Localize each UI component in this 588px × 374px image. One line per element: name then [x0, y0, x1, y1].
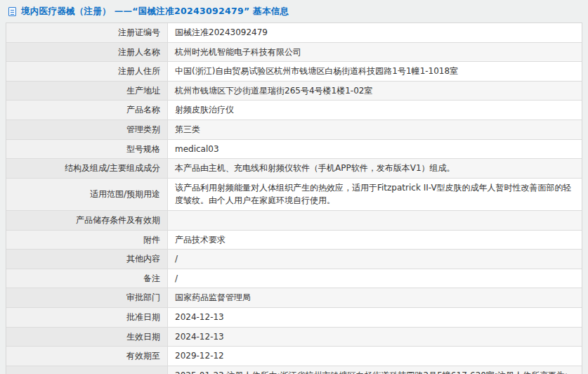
document-icon	[8, 7, 16, 16]
row-label: 产品储存条件及有效期	[6, 211, 168, 230]
row-label: 管理类别	[6, 120, 168, 139]
row-value: medical03	[168, 140, 582, 159]
row-label: 变更情况	[6, 366, 168, 374]
table-row: 变更情况2025-01-23 注册人住所由:浙江省杭州市钱塘区白杨街道科技园路2…	[6, 366, 582, 374]
table-row: 管理类别第三类	[6, 120, 582, 140]
info-table: 注册证编号国械注准20243092479注册人名称杭州时光机智能电子科技有限公司…	[6, 22, 582, 374]
table-row: 附件产品技术要求	[6, 231, 582, 250]
table-row: 其他内容/	[6, 250, 582, 269]
row-value: 2029-12-12	[168, 347, 582, 366]
row-label: 结构及组成/主要组成成分	[6, 159, 168, 178]
table-row: 注册证编号国械注准20243092479	[6, 23, 582, 43]
row-value: /	[168, 269, 582, 288]
row-value: 射频皮肤治疗仪	[168, 101, 582, 120]
row-value: 2024-12-13	[168, 328, 582, 347]
row-value: 本产品由主机、充电线和射频仪软件（手机APP软件，发布版本V1）组成。	[168, 159, 582, 178]
row-value: /	[168, 250, 582, 269]
row-label: 注册人住所	[6, 62, 168, 81]
row-label: 产品名称	[6, 101, 168, 120]
row-label: 注册证编号	[6, 23, 168, 42]
row-value: 2025-01-23 注册人住所由:浙江省杭州市钱塘区白杨街道科技园路2号5幢6…	[168, 366, 582, 374]
row-value: 国家药品监督管理局	[168, 288, 582, 307]
table-row: 注册人名称杭州时光机智能电子科技有限公司	[6, 43, 582, 63]
table-row: 产品名称射频皮肤治疗仪	[6, 101, 582, 120]
row-label: 备注	[6, 269, 168, 288]
row-label: 附件	[6, 231, 168, 250]
row-value	[168, 211, 582, 230]
row-label: 有效期至	[6, 347, 168, 366]
page-title: 境内医疗器械（注册） ——“国械注准20243092479” 基本信息	[21, 6, 289, 18]
row-value: 该产品利用射频能量对人体组织产生的热效应，适用于Fitzpatrick II-V…	[168, 179, 582, 210]
row-value: 第三类	[168, 120, 582, 139]
row-value: 2024-12-13	[168, 308, 582, 327]
row-label: 生效日期	[6, 328, 168, 347]
row-value: 杭州时光机智能电子科技有限公司	[168, 43, 582, 62]
table-row: 生效日期2024-12-13	[6, 328, 582, 347]
table-row: 注册人住所中国(浙江)自由贸易试验区杭州市钱塘区白杨街道科技园路1号1幢1-10…	[6, 62, 582, 82]
row-value: 杭州市钱塘区下沙街道星瑞街265号4号楼1楼1-02室	[168, 82, 582, 101]
table-row: 审批部门国家药品监督管理局	[6, 288, 582, 308]
table-row: 产品储存条件及有效期	[6, 211, 582, 231]
table-row: 生产地址杭州市钱塘区下沙街道星瑞街265号4号楼1楼1-02室	[6, 82, 582, 101]
table-row: 批准日期2024-12-13	[6, 308, 582, 328]
row-value: 中国(浙江)自由贸易试验区杭州市钱塘区白杨街道科技园路1号1幢1-1018室	[168, 62, 582, 81]
page: 境内医疗器械（注册） ——“国械注准20243092479” 基本信息 注册证编…	[0, 0, 588, 374]
table-row: 备注/	[6, 269, 582, 289]
table-row: 适用范围/预期用途该产品利用射频能量对人体组织产生的热效应，适用于Fitzpat…	[6, 179, 582, 211]
row-label: 审批部门	[6, 288, 168, 307]
row-value: 国械注准20243092479	[168, 23, 582, 42]
row-label: 型号规格	[6, 140, 168, 159]
row-value: 产品技术要求	[168, 231, 582, 250]
row-label: 适用范围/预期用途	[6, 179, 168, 210]
row-label: 其他内容	[6, 250, 168, 269]
table-row: 型号规格medical03	[6, 140, 582, 160]
table-row: 有效期至2029-12-12	[6, 347, 582, 366]
row-label: 生产地址	[6, 82, 168, 101]
table-row: 结构及组成/主要组成成分本产品由主机、充电线和射频仪软件（手机APP软件，发布版…	[6, 159, 582, 179]
page-header: 境内医疗器械（注册） ——“国械注准20243092479” 基本信息	[6, 0, 582, 22]
row-label: 注册人名称	[6, 43, 168, 62]
row-label: 批准日期	[6, 308, 168, 327]
